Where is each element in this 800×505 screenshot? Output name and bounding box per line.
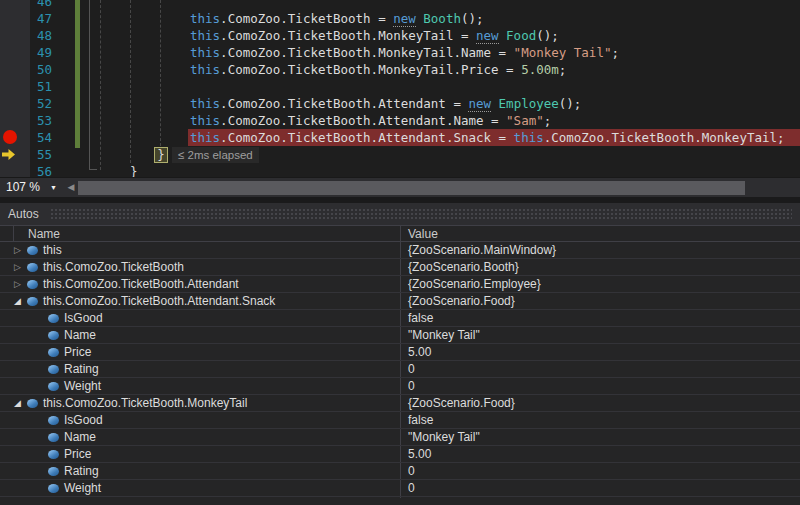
variable-value[interactable]: {ZooScenario.MainWindow} <box>408 242 556 258</box>
variable-value[interactable]: 0 <box>408 361 415 377</box>
variable-value[interactable]: {ZooScenario.Employee} <box>408 276 541 292</box>
token: new <box>476 28 499 44</box>
line-number: 53 <box>26 112 52 129</box>
variable-value[interactable]: "Monkey Tail" <box>408 429 480 445</box>
line-number: 46 <box>26 0 52 10</box>
editor-bottom-bar: 107 % ▼ ◀ <box>0 177 800 197</box>
expand-icon[interactable]: ▷ <box>14 276 21 292</box>
autos-row[interactable]: Price5.00 <box>0 344 800 361</box>
token <box>491 96 499 111</box>
token: this <box>190 130 220 145</box>
expand-icon[interactable]: ▷ <box>14 242 21 258</box>
token: this <box>190 11 220 26</box>
line-number: 48 <box>26 27 52 44</box>
variable-name: this.ComoZoo.TicketBooth.MonkeyTail <box>43 395 247 411</box>
token: .ComoZoo.TicketBooth.MonkeyTail = <box>220 28 476 43</box>
token: ; <box>611 45 619 60</box>
column-header-name[interactable]: Name <box>28 226 60 242</box>
code-text: this.ComoZoo.TicketBooth = new Booth(); <box>190 10 484 27</box>
field-icon <box>48 365 59 374</box>
column-header-value[interactable]: Value <box>408 226 438 242</box>
collapse-icon[interactable]: ◢ <box>14 395 21 411</box>
code-line[interactable]: 54this.ComoZoo.TicketBooth.Attendant.Sna… <box>0 129 800 146</box>
code-line[interactable]: 53this.ComoZoo.TicketBooth.Attendant.Nam… <box>0 112 800 129</box>
autos-row[interactable]: ▷this.ComoZoo.TicketBooth{ZooScenario.Bo… <box>0 259 800 276</box>
autos-row[interactable]: Weight0 <box>0 480 800 497</box>
code-text: this.ComoZoo.TicketBooth.Attendant = new… <box>190 95 581 112</box>
collapse-icon[interactable]: ◢ <box>14 293 21 309</box>
perftip-elapsed-time[interactable]: ≤ 2ms elapsed <box>172 147 259 163</box>
variable-value[interactable]: {ZooScenario.Food} <box>408 293 515 309</box>
horizontal-scrollbar-thumb[interactable] <box>78 181 745 195</box>
variable-name: Rating <box>64 361 99 377</box>
token: "Sam" <box>506 113 544 128</box>
code-line[interactable]: 47this.ComoZoo.TicketBooth = new Booth()… <box>0 10 800 27</box>
code-text: this.ComoZoo.TicketBooth.MonkeyTail.Name… <box>190 44 619 61</box>
variable-value[interactable]: false <box>408 412 433 428</box>
autos-row[interactable]: Name"Monkey Tail" <box>0 327 800 344</box>
autos-row[interactable]: Price5.00 <box>0 446 800 463</box>
code-text: this.ComoZoo.TicketBooth.Attendant.Name … <box>190 112 551 129</box>
variable-value[interactable]: false <box>408 310 433 326</box>
expand-icon[interactable]: ▷ <box>14 259 21 275</box>
autos-row[interactable]: IsGoodfalse <box>0 412 800 429</box>
vs-debugger-screen: 4647this.ComoZoo.TicketBooth = new Booth… <box>0 0 800 505</box>
field-icon <box>27 246 38 255</box>
token: 5.00m <box>521 62 559 77</box>
autos-row[interactable]: Weight0 <box>0 378 800 395</box>
token: .ComoZoo.TicketBooth.Attendant.Snack = <box>220 130 514 145</box>
code-text: this.ComoZoo.TicketBooth.MonkeyTail.Pric… <box>190 61 566 78</box>
line-number: 55 <box>26 146 52 163</box>
token: .ComoZoo.TicketBooth.MonkeyTail.Name = <box>220 45 514 60</box>
code-line[interactable]: 55 <box>0 146 800 163</box>
token: ; <box>544 113 552 128</box>
variable-value[interactable]: 0 <box>408 463 415 479</box>
code-line[interactable]: 51 <box>0 78 800 95</box>
field-icon <box>27 280 38 289</box>
code-editor[interactable]: 4647this.ComoZoo.TicketBooth = new Booth… <box>0 0 800 177</box>
breakpoint-icon[interactable] <box>3 130 17 144</box>
field-icon <box>27 399 38 408</box>
variable-value[interactable]: {ZooScenario.Booth} <box>408 259 519 275</box>
token: (); <box>536 28 559 43</box>
code-line[interactable]: 46 <box>0 0 800 10</box>
current-statement-brace: } <box>154 147 168 163</box>
code-line[interactable]: 50this.ComoZoo.TicketBooth.MonkeyTail.Pr… <box>0 61 800 78</box>
token: .ComoZoo.TicketBooth.MonkeyTail; <box>544 130 785 145</box>
token: Food <box>506 28 536 43</box>
code-line[interactable]: 56} <box>0 163 800 177</box>
variable-name: Name <box>64 429 96 445</box>
autos-titlebar[interactable]: Autos <box>0 203 800 225</box>
token: this <box>190 113 220 128</box>
variable-value[interactable]: {ZooScenario.Food} <box>408 395 515 411</box>
autos-panel: Autos Name Value ▷this{ZooScenario.MainW… <box>0 203 800 505</box>
variable-value[interactable]: 0 <box>408 378 415 394</box>
token: Booth <box>423 11 461 26</box>
variable-value[interactable]: 0 <box>408 480 415 496</box>
variable-name: Weight <box>64 480 101 496</box>
field-icon <box>48 484 59 493</box>
variable-value[interactable]: 5.00 <box>408 446 431 462</box>
autos-row[interactable]: ▷this.ComoZoo.TicketBooth.Attendant{ZooS… <box>0 276 800 293</box>
autos-row[interactable]: IsGoodfalse <box>0 310 800 327</box>
variable-value[interactable]: 5.00 <box>408 344 431 360</box>
autos-row[interactable]: ◢this.ComoZoo.TicketBooth.MonkeyTail{Zoo… <box>0 395 800 412</box>
code-line[interactable]: 52this.ComoZoo.TicketBooth.Attendant = n… <box>0 95 800 112</box>
autos-row[interactable]: ◢this.ComoZoo.TicketBooth.Attendant.Snac… <box>0 293 800 310</box>
autos-row[interactable]: Rating0 <box>0 361 800 378</box>
line-number: 56 <box>26 163 52 177</box>
line-number: 49 <box>26 44 52 61</box>
code-line[interactable]: 49this.ComoZoo.TicketBooth.MonkeyTail.Na… <box>0 44 800 61</box>
autos-row[interactable]: ▷this{ZooScenario.MainWindow} <box>0 242 800 259</box>
variable-value[interactable]: "Monkey Tail" <box>408 327 480 343</box>
zoom-level-select[interactable]: 107 % ▼ <box>0 178 62 198</box>
autos-row[interactable]: Name"Monkey Tail" <box>0 429 800 446</box>
token: .ComoZoo.TicketBooth.MonkeyTail.Price = <box>220 62 521 77</box>
field-icon <box>48 450 59 459</box>
field-icon <box>48 314 59 323</box>
variable-name: IsGood <box>64 310 103 326</box>
autos-row[interactable]: Rating0 <box>0 463 800 480</box>
code-line[interactable]: 48this.ComoZoo.TicketBooth.MonkeyTail = … <box>0 27 800 44</box>
field-icon <box>48 467 59 476</box>
scroll-left-button[interactable]: ◀ <box>64 178 78 198</box>
